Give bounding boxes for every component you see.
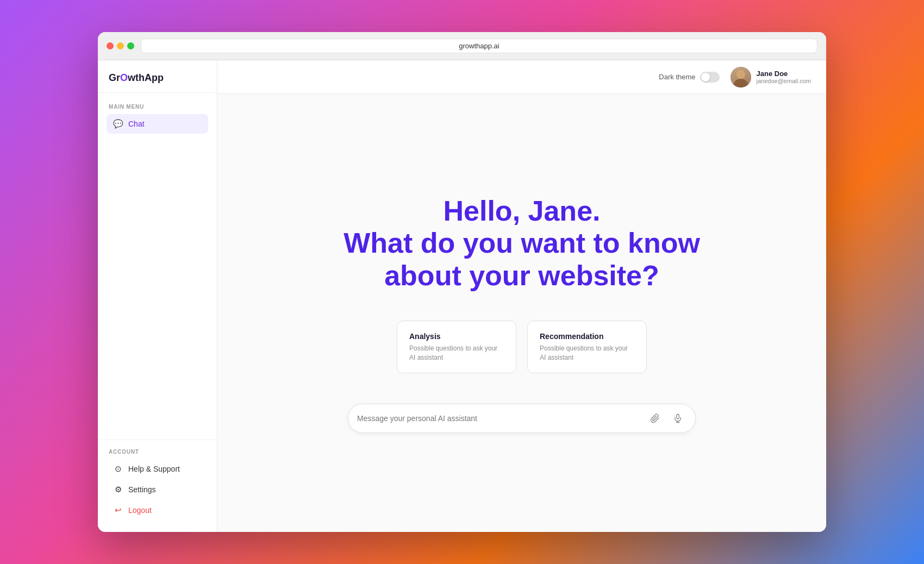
dark-theme-toggle[interactable]: Dark theme <box>659 72 719 83</box>
app-logo: GrOwthApp <box>98 60 217 93</box>
recommendation-card-title: Recommendation <box>540 332 634 341</box>
suggestion-cards: Analysis Possible questions to ask your … <box>397 321 647 374</box>
user-name: Jane Doe <box>757 70 811 78</box>
browser-chrome: growthapp.ai <box>98 32 826 60</box>
greeting-title: Hello, Jane. What do you want to know ab… <box>344 195 700 292</box>
microphone-button[interactable] <box>669 410 686 427</box>
message-input[interactable] <box>357 414 641 423</box>
account-section: ACCOUNT ⊙ Help & Support ⚙ Settings ↩ Lo… <box>98 440 217 532</box>
close-button[interactable] <box>107 42 114 49</box>
account-label: ACCOUNT <box>107 449 208 455</box>
analysis-card[interactable]: Analysis Possible questions to ask your … <box>397 321 516 374</box>
sidebar-item-help-label: Help & Support <box>128 465 180 473</box>
sidebar: GrOwthApp MAIN MENU 💬 Chat ACCOUNT ⊙ Hel… <box>98 60 217 532</box>
maximize-button[interactable] <box>127 42 134 49</box>
sidebar-item-logout[interactable]: ↩ Logout <box>107 500 208 520</box>
sidebar-item-settings-label: Settings <box>128 485 156 494</box>
help-icon: ⊙ <box>113 464 123 474</box>
minimize-button[interactable] <box>117 42 124 49</box>
user-info[interactable]: Jane Doe janedoe@email.com <box>731 67 811 87</box>
browser-window: growthapp.ai GrOwthApp MAIN MENU 💬 Chat … <box>98 32 826 532</box>
greeting: Hello, Jane. What do you want to know ab… <box>344 195 700 294</box>
main-menu-label: MAIN MENU <box>107 104 208 110</box>
logout-icon: ↩ <box>113 505 123 515</box>
avatar-image <box>731 67 751 87</box>
greeting-line3: about your website? <box>384 260 659 291</box>
message-input-wrapper <box>348 404 696 433</box>
input-area <box>337 395 707 442</box>
header: Dark theme Jane Doe janedoe@email.com <box>217 60 826 94</box>
greeting-line1: Hello, Jane. <box>444 195 601 227</box>
user-email: janedoe@email.com <box>757 78 811 84</box>
sidebar-item-help[interactable]: ⊙ Help & Support <box>107 459 208 479</box>
url-bar[interactable]: growthapp.ai <box>141 39 817 53</box>
chat-icon: 💬 <box>113 119 123 129</box>
analysis-card-desc: Possible questions to ask your AI assist… <box>409 344 504 362</box>
main-content: Dark theme Jane Doe janedoe@email.com <box>217 60 826 532</box>
sidebar-item-logout-label: Logout <box>128 506 152 515</box>
theme-toggle-switch[interactable] <box>700 72 720 83</box>
greeting-line2: What do you want to know <box>344 227 700 259</box>
main-menu-section: MAIN MENU 💬 Chat <box>98 93 217 139</box>
attach-button[interactable] <box>646 410 664 427</box>
svg-rect-0 <box>677 415 679 419</box>
traffic-lights <box>107 42 134 49</box>
sidebar-item-chat[interactable]: 💬 Chat <box>107 114 208 134</box>
dark-theme-label: Dark theme <box>659 73 695 81</box>
chat-area: Hello, Jane. What do you want to know ab… <box>217 94 826 532</box>
sidebar-item-chat-label: Chat <box>128 120 145 128</box>
user-text: Jane Doe janedoe@email.com <box>757 70 811 84</box>
avatar <box>731 67 751 87</box>
settings-icon: ⚙ <box>113 485 123 494</box>
analysis-card-title: Analysis <box>409 332 504 341</box>
sidebar-item-settings[interactable]: ⚙ Settings <box>107 480 208 499</box>
recommendation-card[interactable]: Recommendation Possible questions to ask… <box>527 321 647 374</box>
browser-content: GrOwthApp MAIN MENU 💬 Chat ACCOUNT ⊙ Hel… <box>98 60 826 532</box>
recommendation-card-desc: Possible questions to ask your AI assist… <box>540 344 634 362</box>
toggle-knob <box>701 73 710 82</box>
